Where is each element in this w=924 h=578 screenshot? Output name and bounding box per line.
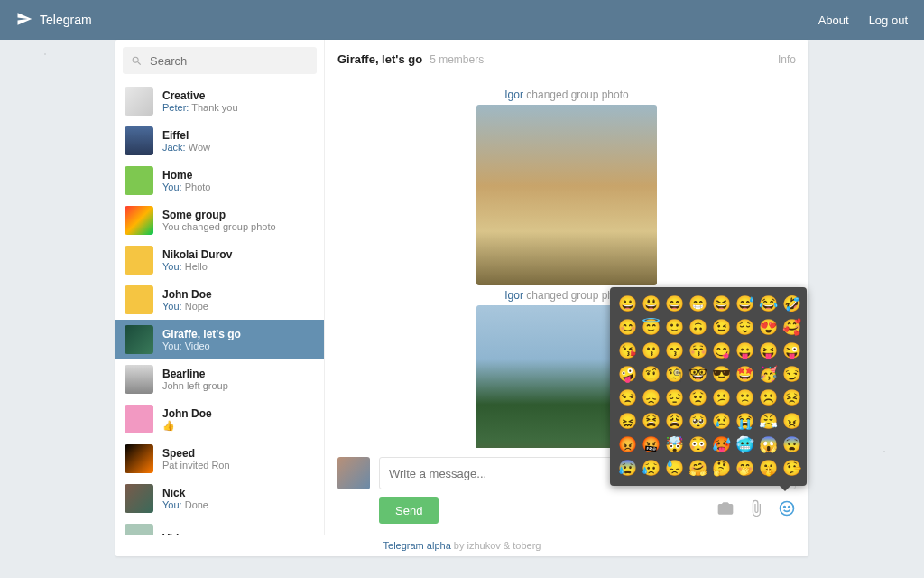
emoji-item[interactable]: 😣	[781, 388, 801, 408]
chat-item[interactable]: Video	[116, 518, 324, 535]
emoji-item[interactable]: 😉	[711, 318, 731, 338]
emoji-item[interactable]: 😎	[711, 365, 731, 385]
emoji-item[interactable]: 🙁	[735, 388, 754, 408]
chat-item[interactable]: EiffelJack: Wow	[116, 121, 324, 161]
emoji-item[interactable]: 🤪	[617, 365, 637, 385]
emoji-item[interactable]: 🙃	[688, 318, 707, 338]
about-link[interactable]: About	[818, 14, 849, 27]
emoji-item[interactable]: 😋	[711, 341, 731, 361]
emoji-item[interactable]: 😛	[735, 341, 754, 361]
app-window: CreativePeter: Thank youEiffelJack: WowH…	[116, 40, 808, 556]
emoji-item[interactable]: 🥺	[688, 412, 707, 432]
chat-last-message: You: Hello	[162, 261, 315, 272]
emoji-item[interactable]: 🥰	[781, 318, 801, 338]
emoji-item[interactable]: 🤫	[758, 459, 778, 479]
emoji-item[interactable]: 🤔	[711, 459, 731, 479]
emoji-item[interactable]: 😍	[758, 318, 778, 338]
emoji-item[interactable]: 😫	[641, 412, 661, 432]
emoji-item[interactable]: 🥶	[735, 435, 754, 455]
chat-name: Speed	[162, 447, 315, 460]
emoji-item[interactable]: 😭	[735, 412, 754, 432]
emoji-item[interactable]: 😌	[735, 318, 754, 338]
emoji-item[interactable]: 🤗	[688, 459, 707, 479]
emoji-item[interactable]: 😳	[688, 435, 707, 455]
emoji-item[interactable]: 😝	[758, 341, 778, 361]
chat-item[interactable]: SpeedPat invited Ron	[116, 439, 324, 479]
chat-item[interactable]: Some groupYou changed group photo	[116, 200, 324, 240]
emoji-item[interactable]: 😚	[688, 341, 707, 361]
chat-item[interactable]: John Doe👍	[116, 399, 324, 439]
chat-name: John Doe	[162, 288, 315, 301]
emoji-item[interactable]: 😥	[641, 459, 661, 479]
emoji-item[interactable]: 😓	[664, 459, 684, 479]
emoji-icon[interactable]	[778, 499, 796, 521]
telegram-logo[interactable]: Telegram	[16, 11, 92, 30]
emoji-item[interactable]: 🤣	[781, 294, 801, 314]
chat-item[interactable]: John DoeYou: Nope	[116, 280, 324, 320]
emoji-item[interactable]: 😄	[664, 294, 684, 314]
logout-link[interactable]: Log out	[869, 14, 908, 27]
chat-name: Bearline	[162, 368, 315, 380]
chat-item[interactable]: CreativePeter: Thank you	[116, 81, 324, 121]
emoji-item[interactable]: 😤	[758, 412, 778, 432]
chat-item[interactable]: BearlineJohn left group	[116, 359, 324, 399]
camera-icon[interactable]	[716, 499, 735, 521]
avatar	[125, 484, 153, 513]
avatar	[125, 285, 153, 314]
emoji-item[interactable]: 🥵	[711, 435, 731, 455]
emoji-item[interactable]: 😖	[617, 412, 637, 432]
group-photo[interactable]	[476, 105, 657, 285]
emoji-item[interactable]: 😏	[781, 365, 801, 385]
emoji-item[interactable]: 😜	[781, 341, 801, 361]
emoji-item[interactable]: 😗	[641, 341, 661, 361]
emoji-item[interactable]: 😢	[711, 412, 731, 432]
emoji-item[interactable]: 🙂	[664, 318, 684, 338]
emoji-picker: 😀😃😄😁😆😅😂🤣😊😇🙂🙃😉😌😍🥰😘😗😙😚😋😛😝😜🤪🤨🧐🤓😎🤩🥳😏😒😞😔😟😕🙁☹️…	[610, 287, 807, 486]
emoji-item[interactable]: 😞	[641, 388, 661, 408]
emoji-item[interactable]: 😕	[711, 388, 731, 408]
emoji-item[interactable]: 🤩	[735, 365, 754, 385]
chat-item[interactable]: Nikolai DurovYou: Hello	[116, 240, 324, 280]
emoji-item[interactable]: 😂	[758, 294, 778, 314]
chat-item[interactable]: HomeYou: Photo	[116, 161, 324, 200]
avatar	[125, 126, 153, 155]
emoji-item[interactable]: ☹️	[758, 388, 778, 408]
emoji-item[interactable]: 😠	[781, 412, 801, 432]
search-input[interactable]	[123, 47, 317, 74]
emoji-item[interactable]: 😊	[617, 318, 637, 338]
chat-item[interactable]: NickYou: Done	[116, 479, 324, 518]
emoji-item[interactable]: 😰	[617, 459, 637, 479]
emoji-item[interactable]: 😇	[641, 318, 661, 338]
emoji-item[interactable]: 😀	[617, 294, 637, 314]
emoji-item[interactable]: 😙	[664, 341, 684, 361]
emoji-item[interactable]: 🤭	[735, 459, 754, 479]
emoji-item[interactable]: 😘	[617, 341, 637, 361]
chat-last-message: 👍	[162, 420, 315, 432]
emoji-item[interactable]: 😩	[664, 412, 684, 432]
chat-name: Some group	[162, 209, 315, 221]
emoji-item[interactable]: 😟	[688, 388, 707, 408]
info-link[interactable]: Info	[778, 53, 796, 66]
emoji-item[interactable]: 😅	[735, 294, 754, 314]
emoji-item[interactable]: 😒	[617, 388, 637, 408]
emoji-item[interactable]: 🤨	[641, 365, 661, 385]
chat-name: Nick	[162, 487, 315, 499]
emoji-item[interactable]: 😡	[617, 435, 637, 455]
emoji-item[interactable]: 😔	[664, 388, 684, 408]
emoji-item[interactable]: 🧐	[664, 365, 684, 385]
emoji-item[interactable]: 😆	[711, 294, 731, 314]
attachment-icon[interactable]	[747, 499, 765, 521]
emoji-item[interactable]: 🤬	[641, 435, 661, 455]
send-button[interactable]: Send	[379, 497, 439, 524]
emoji-item[interactable]: 😁	[688, 294, 707, 314]
emoji-item[interactable]: 😱	[758, 435, 778, 455]
emoji-item[interactable]: 😃	[641, 294, 661, 314]
emoji-item[interactable]: 😨	[781, 435, 801, 455]
emoji-item[interactable]: 🤯	[664, 435, 684, 455]
chat-last-message: You: Video	[162, 340, 315, 351]
emoji-item[interactable]: 🥳	[758, 365, 778, 385]
chat-item[interactable]: Giraffe, let's goYou: Video	[116, 320, 324, 359]
emoji-item[interactable]: 🤥	[781, 459, 801, 479]
chat-last-message: Peter: Thank you	[162, 102, 315, 113]
emoji-item[interactable]: 🤓	[688, 365, 707, 385]
